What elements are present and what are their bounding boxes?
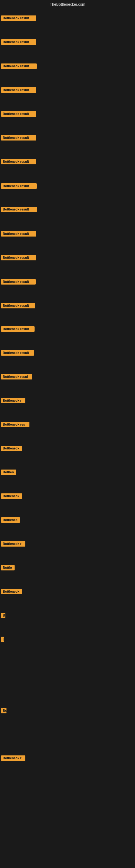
bottleneck-result-label: Bottleneck result bbox=[1, 159, 36, 164]
bottleneck-result-label: Bottleneck r bbox=[1, 541, 26, 547]
bottleneck-result-label: Bottleneck r bbox=[1, 398, 26, 403]
bottleneck-result-label: Bottleneck bbox=[1, 589, 22, 594]
bottleneck-result-label: Bottleneck result bbox=[1, 135, 36, 141]
bottleneck-result-label: Bottleneck bbox=[1, 446, 22, 451]
bottleneck-result-label: Bottleneck result bbox=[1, 255, 36, 260]
bottleneck-result-label: Bottleneck result bbox=[1, 350, 34, 355]
bottleneck-result-label: Bottleneck result bbox=[1, 326, 35, 332]
bottleneck-result-label: Bottleneck result bbox=[1, 63, 37, 69]
bottleneck-result-label: | bbox=[1, 637, 4, 642]
bottleneck-result-label: Bottlen bbox=[1, 469, 16, 475]
bottleneck-result-label: Bottleneck result bbox=[1, 87, 36, 93]
bottleneck-result-label: B bbox=[1, 613, 5, 618]
bottleneck-result-label: Bottleneck r bbox=[1, 755, 26, 761]
bottleneck-result-label: Bottleneck result bbox=[1, 207, 37, 212]
bottleneck-result-label: Bottle bbox=[1, 565, 14, 570]
bottleneck-result-label: Bottleneck bbox=[1, 493, 22, 499]
bottleneck-result-label: Bottleneck result bbox=[1, 39, 36, 45]
bottleneck-result-label: Bottleneck result bbox=[1, 231, 36, 237]
bottleneck-result-label: Bo bbox=[1, 708, 6, 713]
bottleneck-result-label: Bottleneck resul bbox=[1, 374, 32, 379]
bottleneck-result-label: Bottleneck result bbox=[1, 303, 35, 308]
bottleneck-result-label: Bottlenec bbox=[1, 517, 20, 523]
bottleneck-result-label: Bottleneck res bbox=[1, 422, 30, 427]
site-title: TheBottlenecker.com bbox=[50, 2, 85, 6]
bottleneck-result-label: Bottleneck result bbox=[1, 16, 36, 21]
bottleneck-result-label: Bottleneck result bbox=[1, 183, 37, 189]
bottleneck-result-label: Bottleneck result bbox=[1, 111, 36, 117]
bottleneck-result-label: Bottleneck result bbox=[1, 279, 36, 284]
